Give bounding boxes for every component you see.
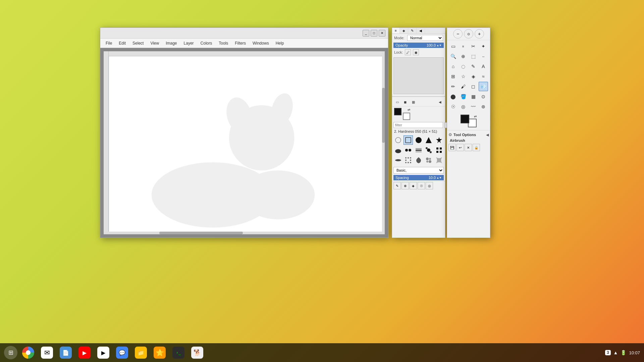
tool-scissors[interactable]: ✎ xyxy=(469,62,478,71)
taskbar-gimp[interactable]: 🐕 xyxy=(189,345,205,361)
brush-item-13[interactable] xyxy=(414,156,423,165)
menu-view[interactable]: View xyxy=(148,40,162,46)
brush-item-15[interactable] xyxy=(434,156,444,165)
tool-bucket-fill[interactable]: 🪣 xyxy=(459,92,468,101)
minimize-button[interactable]: _ xyxy=(363,30,369,37)
tool-blur[interactable]: ≈ xyxy=(479,72,488,81)
notification-count[interactable]: 3 xyxy=(605,350,611,355)
tool-paintbrush[interactable]: 🖌 xyxy=(459,82,468,91)
menu-image[interactable]: Image xyxy=(163,40,179,46)
brush-item-11[interactable] xyxy=(393,156,403,165)
zoom-fit-btn[interactable]: ⊙ xyxy=(464,29,473,39)
foreground-color-swatch[interactable] xyxy=(394,108,401,115)
delete-layer-btn[interactable]: ◈ xyxy=(410,182,417,189)
taskbar-play[interactable]: ▶ xyxy=(95,345,111,361)
app-launcher[interactable]: ⊞ xyxy=(4,346,17,359)
menu-windows[interactable]: Windows xyxy=(250,40,272,46)
menu-file[interactable]: File xyxy=(103,40,115,46)
tool-perspective-clone[interactable]: ◈ xyxy=(469,72,478,81)
taskbar-docs[interactable]: 📄 xyxy=(58,345,74,361)
taskbar-terminal[interactable]: ›_ xyxy=(170,345,186,361)
tool-clone2[interactable]: ⊙ xyxy=(479,92,488,101)
horizontal-scrollbar[interactable] xyxy=(104,232,382,234)
taskbar-gmail[interactable]: ✉ xyxy=(39,345,55,361)
zoom-out-btn[interactable]: − xyxy=(453,29,463,39)
menu-select[interactable]: Select xyxy=(130,40,146,46)
menu-layer[interactable]: Layer xyxy=(181,40,197,46)
spacing-down-icon[interactable]: ▼ xyxy=(439,176,442,179)
background-color-swatch[interactable] xyxy=(403,113,410,120)
lock-pixels-button[interactable]: 🖊 xyxy=(405,49,411,55)
tool-gimp2[interactable]: ↔ xyxy=(479,52,488,61)
basic-select[interactable]: Basic, xyxy=(393,167,444,174)
lock-alpha-button[interactable]: ◼ xyxy=(413,49,419,55)
brush-view-btn-2[interactable]: ◼ xyxy=(401,98,409,106)
tab-layers[interactable]: ≡ xyxy=(392,28,400,34)
taskbar-messages[interactable]: 💬 xyxy=(114,345,130,361)
layer-up-btn[interactable]: ☉ xyxy=(418,182,425,189)
menu-colors[interactable]: Colors xyxy=(198,40,215,46)
opacity-row[interactable]: Opacity 100.0 ▲ ▼ xyxy=(393,43,444,48)
spacing-row[interactable]: Spacing 10.0 ▲ ▼ xyxy=(393,175,444,180)
tool-text[interactable]: A xyxy=(479,62,488,71)
layer-down-btn[interactable]: ◎ xyxy=(426,182,433,189)
tool-gimp1[interactable]: ⬚ xyxy=(469,52,478,61)
tool-free-select[interactable]: ⌂ xyxy=(448,62,458,71)
tool-heal[interactable]: ☆ xyxy=(459,72,468,81)
tool-rect-select[interactable]: ▭ xyxy=(448,42,458,51)
brush-item-9[interactable] xyxy=(424,145,433,155)
zoom-in-btn[interactable]: + xyxy=(475,29,484,39)
tool-measure[interactable]: ⊕ xyxy=(459,52,468,61)
preset-delete-btn[interactable]: ✕ xyxy=(465,144,472,151)
new-layer-btn[interactable]: ✎ xyxy=(393,182,401,189)
tool-fuzzy-select[interactable]: ◌ xyxy=(459,62,468,71)
tool-smudge[interactable]: 〰 xyxy=(469,102,478,111)
tool-zoom[interactable]: 🔍 xyxy=(448,52,458,61)
taskbar-youtube[interactable]: ▶ xyxy=(76,345,93,361)
brush-item-3[interactable] xyxy=(414,135,423,145)
taskbar-chrome[interactable] xyxy=(20,345,36,361)
brush-item-7[interactable] xyxy=(404,145,413,155)
opacity-down-icon[interactable]: ▼ xyxy=(439,44,442,47)
tool-eraser[interactable]: ◻ xyxy=(469,82,478,91)
tool-fg-color[interactable] xyxy=(461,115,469,123)
tool-dodge[interactable]: ☉ xyxy=(448,102,458,111)
duplicate-layer-btn[interactable]: ⊕ xyxy=(401,182,409,189)
vertical-scrollbar[interactable] xyxy=(382,51,385,234)
brush-view-btn-3[interactable]: ▦ xyxy=(410,98,417,106)
tool-clone[interactable]: ⊞ xyxy=(448,72,458,81)
brush-item-6[interactable] xyxy=(393,145,403,155)
brush-item-5[interactable] xyxy=(434,135,444,145)
taskbar-files[interactable]: 📁 xyxy=(133,345,149,361)
brush-item-4[interactable] xyxy=(424,135,433,145)
brush-view-btn-1[interactable]: ▭ xyxy=(393,98,401,106)
brush-item-1[interactable] xyxy=(393,135,403,145)
brush-item-12[interactable] xyxy=(404,156,413,165)
brush-item-14[interactable] xyxy=(424,156,433,165)
tool-extra[interactable]: ⊛ xyxy=(479,102,488,111)
brush-item-2[interactable] xyxy=(404,135,413,145)
maximize-button[interactable]: □ xyxy=(371,30,377,37)
menu-help[interactable]: Help xyxy=(273,40,287,46)
tool-blend[interactable]: ▦ xyxy=(469,92,478,101)
tool-layers[interactable]: ≡ xyxy=(459,42,468,51)
tool-burn[interactable]: ◎ xyxy=(459,102,468,111)
tab-collapse[interactable]: ◀ xyxy=(417,28,425,34)
tool-pencil[interactable]: ✏ xyxy=(448,82,458,91)
close-button[interactable]: ✕ xyxy=(379,30,385,37)
canvas[interactable] xyxy=(104,51,385,234)
menu-edit[interactable]: Edit xyxy=(116,40,128,46)
spacing-up-icon[interactable]: ▲ xyxy=(436,176,439,179)
brush-item-10[interactable] xyxy=(434,145,444,155)
menu-tools[interactable]: Tools xyxy=(216,40,231,46)
tool-align[interactable]: ✂ xyxy=(469,42,478,51)
preset-save-btn[interactable]: 💾 xyxy=(448,144,456,151)
opacity-up-icon[interactable]: ▲ xyxy=(436,44,439,47)
tool-airbrush[interactable]: 💨 xyxy=(479,82,488,91)
taskbar-star[interactable]: ⭐ xyxy=(152,345,168,361)
tool-options-collapse[interactable]: ◀ xyxy=(486,133,489,137)
tool-swap-colors[interactable]: ⇄ xyxy=(474,115,477,118)
preset-lock-btn[interactable]: 🔒 xyxy=(473,144,480,151)
tool-move[interactable]: ✦ xyxy=(479,42,488,51)
tool-ink[interactable]: ⬤ xyxy=(448,92,458,101)
